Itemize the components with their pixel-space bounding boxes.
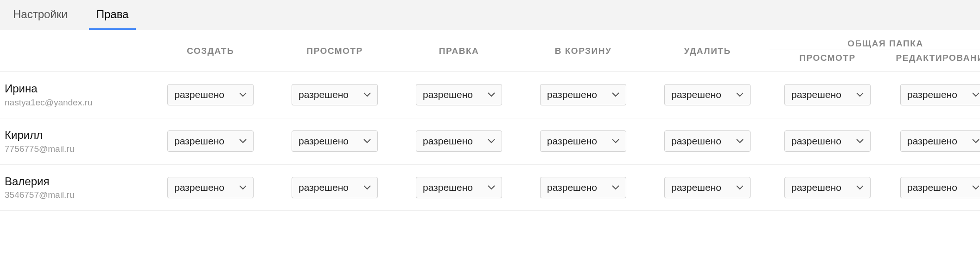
user-email: 7756775@mail.ru bbox=[5, 144, 145, 154]
perm-select-view[interactable]: разрешено bbox=[292, 130, 378, 152]
user-email: 3546757@mail.ru bbox=[5, 190, 145, 200]
perm-cell-shared_edit: разрешено bbox=[885, 164, 980, 211]
chevron-down-icon bbox=[856, 139, 864, 143]
chevron-down-icon bbox=[612, 185, 619, 190]
col-view: ПРОСМОТР bbox=[273, 30, 397, 72]
perm-select-create[interactable]: разрешено bbox=[167, 130, 254, 152]
perm-select-shared_view[interactable]: разрешено bbox=[784, 130, 871, 152]
perm-select-value: разрешено bbox=[423, 136, 473, 147]
col-user bbox=[0, 30, 148, 72]
perm-select-value: разрешено bbox=[299, 89, 349, 100]
chevron-down-icon bbox=[488, 139, 495, 143]
perm-cell-delete: разрешено bbox=[645, 164, 770, 211]
permissions-table: СОЗДАТЬ ПРОСМОТР ПРАВКА В КОРЗИНУ УДАЛИТ… bbox=[0, 30, 980, 211]
perm-select-edit[interactable]: разрешено bbox=[416, 84, 502, 105]
perm-select-edit[interactable]: разрешено bbox=[416, 177, 502, 198]
perm-select-shared_view[interactable]: разрешено bbox=[784, 84, 871, 105]
perm-cell-delete: разрешено bbox=[645, 118, 770, 164]
chevron-down-icon bbox=[972, 139, 980, 143]
perm-select-value: разрешено bbox=[547, 89, 597, 100]
user-cell: Валерия3546757@mail.ru bbox=[0, 164, 148, 211]
perm-select-shared_edit[interactable]: разрешено bbox=[900, 84, 980, 105]
perm-select-value: разрешено bbox=[299, 136, 349, 147]
tabs-bar: Настройки Права bbox=[0, 0, 980, 30]
perm-select-create[interactable]: разрешено bbox=[167, 177, 254, 198]
perm-select-value: разрешено bbox=[423, 89, 473, 100]
chevron-down-icon bbox=[363, 139, 371, 143]
chevron-down-icon bbox=[856, 92, 864, 97]
perm-select-value: разрешено bbox=[671, 182, 721, 193]
perm-cell-shared_view: разрешено bbox=[770, 72, 885, 118]
perm-cell-create: разрешено bbox=[148, 72, 273, 118]
chevron-down-icon bbox=[488, 185, 495, 190]
perm-select-delete[interactable]: разрешено bbox=[664, 177, 751, 198]
col-shared-group: ОБЩАЯ ПАПКА bbox=[770, 30, 980, 50]
perm-select-trash[interactable]: разрешено bbox=[540, 130, 626, 152]
chevron-down-icon bbox=[239, 185, 247, 190]
perm-cell-delete: разрешено bbox=[645, 72, 770, 118]
perm-cell-edit: разрешено bbox=[397, 164, 521, 211]
table-row: Валерия3546757@mail.ruразрешеноразрешено… bbox=[0, 164, 980, 211]
perm-select-create[interactable]: разрешено bbox=[167, 84, 254, 105]
perm-select-delete[interactable]: разрешено bbox=[664, 84, 751, 105]
perm-select-view[interactable]: разрешено bbox=[292, 84, 378, 105]
perm-select-view[interactable]: разрешено bbox=[292, 177, 378, 198]
perm-cell-trash: разрешено bbox=[521, 164, 645, 211]
chevron-down-icon bbox=[736, 185, 744, 190]
perm-select-value: разрешено bbox=[547, 182, 597, 193]
tab-settings[interactable]: Настройки bbox=[6, 0, 75, 30]
user-cell: Кирилл7756775@mail.ru bbox=[0, 118, 148, 164]
perm-cell-trash: разрешено bbox=[521, 72, 645, 118]
chevron-down-icon bbox=[856, 185, 864, 190]
chevron-down-icon bbox=[612, 92, 619, 97]
perm-select-edit[interactable]: разрешено bbox=[416, 130, 502, 152]
perm-cell-shared_view: разрешено bbox=[770, 164, 885, 211]
perm-select-value: разрешено bbox=[671, 136, 721, 147]
user-name: Кирилл bbox=[5, 129, 145, 142]
chevron-down-icon bbox=[736, 92, 744, 97]
perm-select-value: разрешено bbox=[907, 182, 957, 193]
col-create: СОЗДАТЬ bbox=[148, 30, 273, 72]
perm-select-value: разрешено bbox=[547, 136, 597, 147]
tab-permissions[interactable]: Права bbox=[89, 0, 136, 30]
perm-select-value: разрешено bbox=[423, 182, 473, 193]
perm-cell-edit: разрешено bbox=[397, 118, 521, 164]
perm-cell-create: разрешено bbox=[148, 164, 273, 211]
perm-select-value: разрешено bbox=[174, 136, 224, 147]
col-shared-view: ПРОСМОТР bbox=[770, 50, 885, 72]
perm-select-value: разрешено bbox=[791, 136, 841, 147]
table-row: Кирилл7756775@mail.ruразрешеноразрешенор… bbox=[0, 118, 980, 164]
perm-select-shared_view[interactable]: разрешено bbox=[784, 177, 871, 198]
col-edit: ПРАВКА bbox=[397, 30, 521, 72]
perm-select-value: разрешено bbox=[907, 136, 957, 147]
chevron-down-icon bbox=[239, 139, 247, 143]
perm-select-value: разрешено bbox=[791, 182, 841, 193]
col-shared-edit: РЕДАКТИРОВАНИЕ bbox=[885, 50, 980, 72]
table-row: Иринаnastya1ec@yandex.ruразрешеноразреше… bbox=[0, 72, 980, 118]
perm-select-value: разрешено bbox=[671, 89, 721, 100]
perm-select-delete[interactable]: разрешено bbox=[664, 130, 751, 152]
chevron-down-icon bbox=[363, 185, 371, 190]
user-cell: Иринаnastya1ec@yandex.ru bbox=[0, 72, 148, 118]
perm-select-value: разрешено bbox=[174, 89, 224, 100]
chevron-down-icon bbox=[972, 92, 980, 97]
user-name: Валерия bbox=[5, 175, 145, 188]
perm-cell-view: разрешено bbox=[273, 72, 397, 118]
chevron-down-icon bbox=[239, 92, 247, 97]
perm-select-shared_edit[interactable]: разрешено bbox=[900, 177, 980, 198]
perm-select-trash[interactable]: разрешено bbox=[540, 84, 626, 105]
perm-cell-edit: разрешено bbox=[397, 72, 521, 118]
perm-cell-create: разрешено bbox=[148, 118, 273, 164]
chevron-down-icon bbox=[488, 92, 495, 97]
perm-select-shared_edit[interactable]: разрешено bbox=[900, 130, 980, 152]
col-delete: УДАЛИТЬ bbox=[645, 30, 770, 72]
chevron-down-icon bbox=[972, 185, 980, 190]
perm-select-trash[interactable]: разрешено bbox=[540, 177, 626, 198]
perm-cell-shared_edit: разрешено bbox=[885, 72, 980, 118]
col-trash: В КОРЗИНУ bbox=[521, 30, 645, 72]
chevron-down-icon bbox=[363, 92, 371, 97]
chevron-down-icon bbox=[612, 139, 619, 143]
perm-cell-view: разрешено bbox=[273, 164, 397, 211]
perm-cell-view: разрешено bbox=[273, 118, 397, 164]
perm-select-value: разрешено bbox=[907, 89, 957, 100]
